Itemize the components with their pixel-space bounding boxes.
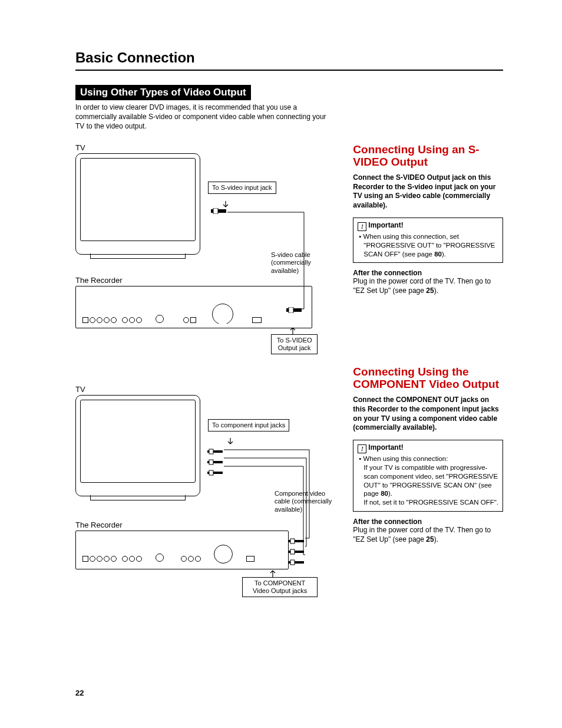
page-title: Basic Connection (75, 50, 503, 66)
diagram-component: TV To component input jacks Component vi… (75, 385, 318, 609)
tv-label: TV (75, 385, 318, 394)
important-text: If not, set it to "PROGRESSIVE SCAN OFF"… (363, 499, 498, 506)
important-box-component: !Important! • When using this connection… (353, 440, 503, 512)
svg-rect-2 (218, 209, 226, 213)
page-ref: 25 (426, 535, 434, 543)
after-connection-body: Plug in the power cord of the TV. Then g… (353, 526, 503, 544)
callout-component-input: To component input jacks (208, 419, 289, 431)
after-text: Plug in the power cord of the TV. Then g… (353, 526, 491, 543)
svg-rect-13 (209, 470, 213, 475)
after-connection-head: After the connection (353, 518, 503, 526)
important-icon: ! (358, 444, 366, 453)
cable-line (227, 210, 310, 311)
important-label: Important! (368, 221, 403, 229)
important-text: When using this connection: (363, 455, 448, 462)
recorder-label: The Recorder (75, 521, 122, 529)
important-icon: ! (358, 222, 366, 231)
page-ref: 25 (426, 286, 434, 295)
page-ref: 80 (434, 251, 442, 258)
page-ref: 80 (381, 490, 388, 497)
heading-component: Connecting Using the COMPONENT Video Out… (353, 365, 503, 391)
after-text: ). (434, 535, 438, 543)
after-connection-head: After the connection (353, 269, 503, 277)
svideo-plug-icon (211, 208, 227, 214)
callout-text: To COMPONENT Video Output jacks (253, 579, 307, 594)
svg-rect-7 (209, 449, 213, 454)
section-heading: Using Other Types of Video Output (75, 85, 251, 100)
arrow-down-icon (227, 438, 233, 446)
instruction-svideo: Connect the S-VIDEO Output jack on this … (353, 173, 503, 210)
tv-label: TV (75, 143, 318, 152)
important-text: ). (388, 490, 392, 497)
after-text: ). (434, 286, 438, 295)
svg-rect-1 (213, 208, 218, 214)
important-box-svideo: !Important! • When using this connection… (353, 218, 503, 263)
callout-svideo-output: To S-VIDEO Output jack (271, 334, 318, 354)
tv-illustration (75, 153, 200, 255)
important-text: When using this connection, set "PROGRES… (363, 233, 495, 258)
important-body: • When using this connection, set "PROGR… (358, 232, 498, 259)
svg-rect-11 (213, 461, 223, 463)
page-number: 22 (75, 689, 84, 697)
rca-plug-icon (207, 470, 224, 476)
rca-plug-icon (207, 449, 224, 454)
tv-illustration (75, 395, 200, 496)
important-label: Important! (368, 443, 403, 452)
svg-rect-22 (290, 560, 295, 565)
recorder-label: The Recorder (75, 276, 122, 285)
title-rule (75, 70, 503, 71)
rca-plug-icon (207, 459, 224, 465)
after-text: Plug in the power cord of the TV. Then g… (353, 277, 491, 295)
heading-svideo: Connecting Using an S-VIDEO Output (353, 143, 503, 169)
important-body: • When using this connection: If your TV… (358, 454, 498, 508)
svg-rect-10 (209, 460, 213, 465)
diagram-svideo: TV To S-video input jack S-video cable (… (75, 143, 318, 361)
svg-rect-8 (213, 450, 223, 453)
callout-svideo-input: To S-video input jack (208, 182, 276, 194)
callout-text: To S-VIDEO Output jack (277, 337, 312, 351)
intro-paragraph: In order to view clearer DVD images, it … (75, 103, 335, 131)
callout-text: To S-video input jack (212, 184, 272, 191)
cable-line (224, 449, 312, 561)
svg-rect-0 (211, 209, 213, 213)
instruction-component: Connect the COMPONENT OUT jacks on this … (353, 396, 503, 432)
important-text: ). (442, 251, 446, 258)
svg-rect-14 (213, 472, 223, 474)
after-connection-body: Plug in the power cord of the TV. Then g… (353, 277, 503, 295)
callout-text: To component input jacks (212, 421, 285, 429)
arrow-up-icon (270, 569, 276, 577)
arrow-up-icon (290, 326, 296, 334)
svg-rect-23 (295, 561, 304, 564)
callout-component-output: To COMPONENT Video Output jacks (242, 577, 318, 597)
